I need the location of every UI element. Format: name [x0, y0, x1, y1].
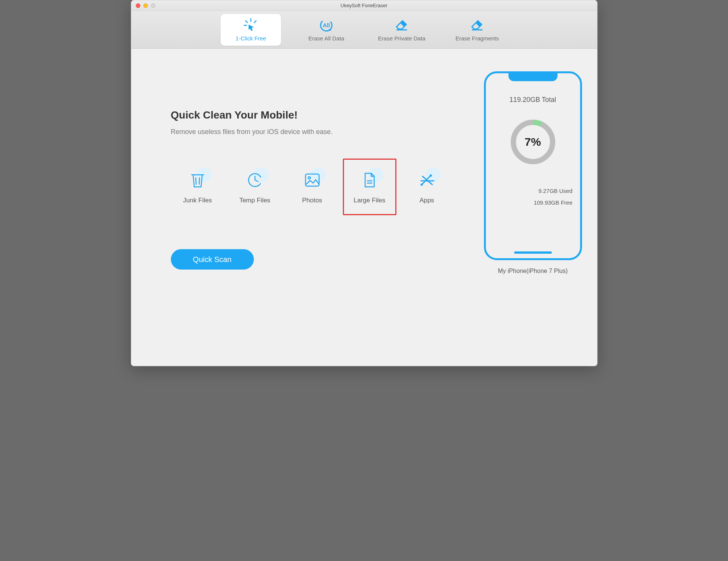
- category-junk-files[interactable]: Junk Files: [171, 159, 224, 215]
- photo-icon: [302, 170, 323, 191]
- category-photos[interactable]: Photos: [286, 159, 339, 215]
- storage-free: 109.93GB Free: [534, 199, 573, 206]
- category-temp-files[interactable]: Temp Files: [228, 159, 282, 215]
- eraser-icon: [393, 18, 410, 33]
- close-icon[interactable]: [136, 3, 140, 8]
- quick-scan-button[interactable]: Quick Scan: [171, 249, 254, 270]
- svg-line-11: [199, 178, 200, 184]
- clock-icon: [244, 170, 266, 191]
- trash-icon: [187, 170, 208, 191]
- tab-label: 1-Click Free: [236, 35, 266, 42]
- tab-label: Erase Fragments: [455, 35, 499, 42]
- tab-label: Erase All Data: [308, 35, 344, 42]
- page-title: Quick Clean Your Mobile!: [171, 109, 454, 121]
- storage-used: 9.27GB Used: [538, 188, 572, 194]
- phone-graphic: 119.20GB Total 7% 9.27GB Used 109.93GB F…: [484, 71, 582, 260]
- svg-line-14: [255, 180, 258, 182]
- storage-ring: 7%: [508, 117, 558, 166]
- file-icon: [359, 170, 380, 191]
- page-subtitle: Remove useless files from your iOS devic…: [171, 128, 454, 136]
- svg-point-21: [430, 174, 432, 177]
- storage-percent: 7%: [508, 117, 558, 166]
- category-label: Large Files: [353, 197, 385, 204]
- home-indicator-icon: [514, 251, 552, 254]
- tab-label: Erase Private Data: [378, 35, 425, 42]
- svg-text:All: All: [323, 22, 330, 28]
- category-label: Temp Files: [239, 197, 270, 204]
- category-label: Junk Files: [183, 197, 212, 204]
- apps-icon: [416, 170, 438, 191]
- svg-rect-15: [306, 174, 319, 186]
- device-panel: 119.20GB Total 7% 9.27GB Used 109.93GB F…: [469, 49, 597, 366]
- minimize-icon[interactable]: [143, 3, 148, 8]
- svg-point-20: [421, 183, 423, 186]
- tab-1-click-free[interactable]: 1-Click Free: [221, 14, 281, 46]
- tab-erase-fragments[interactable]: Erase Fragments: [447, 14, 507, 46]
- cursor-click-icon: [242, 18, 260, 33]
- category-large-files[interactable]: Large Files: [343, 159, 396, 215]
- category-label: Photos: [302, 197, 322, 204]
- erase-all-icon: All: [318, 18, 335, 33]
- eraser-fragments-icon: [468, 18, 486, 33]
- svg-line-1: [246, 21, 247, 23]
- phone-notch-icon: [508, 73, 558, 81]
- svg-line-10: [196, 178, 196, 184]
- toolbar: 1-Click Free All Erase All Data: [131, 11, 597, 49]
- app-window: UkeySoft FoneEraser 1-Click Free: [131, 0, 597, 366]
- category-list: Junk Files Temp Files Photos: [171, 159, 454, 215]
- main-panel: Quick Clean Your Mobile! Remove useless …: [131, 49, 469, 366]
- svg-line-2: [254, 21, 256, 23]
- category-label: Apps: [419, 197, 434, 204]
- svg-point-6: [329, 29, 331, 31]
- tab-erase-private-data[interactable]: Erase Private Data: [372, 14, 432, 46]
- content-area: Quick Clean Your Mobile! Remove useless …: [131, 49, 597, 366]
- maximize-icon: [151, 3, 155, 8]
- storage-total: 119.20GB Total: [510, 96, 556, 104]
- category-apps[interactable]: Apps: [400, 159, 454, 215]
- tab-erase-all-data[interactable]: All Erase All Data: [296, 14, 356, 46]
- titlebar: UkeySoft FoneEraser: [131, 0, 597, 11]
- device-name: My iPhone(iPhone 7 Plus): [498, 268, 568, 274]
- window-title: UkeySoft FoneEraser: [341, 3, 387, 8]
- traffic-lights: [136, 3, 155, 8]
- svg-point-16: [308, 177, 310, 179]
